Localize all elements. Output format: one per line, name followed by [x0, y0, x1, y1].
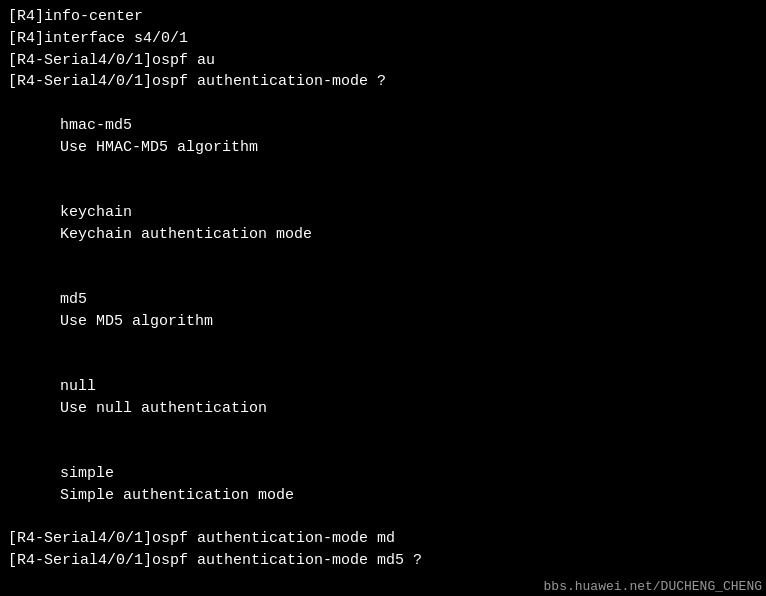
desc-simple: Simple authentication mode	[60, 487, 294, 504]
watermark: bbs.huawei.net/DUCHENG_CHENG	[544, 579, 762, 594]
line-text-2: [R4]interface s4/0/1	[8, 30, 188, 47]
desc-hmac-md5: Use HMAC-MD5 algorithm	[60, 139, 258, 156]
line-5d: null Use null authentication	[8, 354, 758, 441]
line-5a: hmac-md5 Use HMAC-MD5 algorithm	[8, 93, 758, 180]
cmd-md5: md5	[60, 289, 148, 311]
terminal-window: [R4]info-center [R4]interface s4/0/1 [R4…	[0, 0, 766, 596]
line-5c: md5 Use MD5 algorithm	[8, 267, 758, 354]
cmd-keychain: keychain	[60, 202, 148, 224]
line-1: [R4]info-center	[8, 6, 758, 28]
cmd-hmac-md5: hmac-md5	[60, 115, 148, 137]
line-text-4: [R4-Serial4/0/1]ospf authentication-mode…	[8, 73, 386, 90]
line-3: [R4-Serial4/0/1]ospf au	[8, 50, 758, 72]
line-5e: simple Simple authentication mode	[8, 441, 758, 528]
line-text-3: [R4-Serial4/0/1]ospf au	[8, 52, 215, 69]
line-2: [R4]interface s4/0/1	[8, 28, 758, 50]
line-text-6: [R4-Serial4/0/1]ospf authentication-mode…	[8, 530, 395, 547]
line-text-7: [R4-Serial4/0/1]ospf authentication-mode…	[8, 552, 422, 569]
line-5b: keychain Keychain authentication mode	[8, 180, 758, 267]
desc-md5: Use MD5 algorithm	[60, 313, 213, 330]
line-text-1: [R4]info-center	[8, 8, 143, 25]
desc-null: Use null authentication	[60, 400, 267, 417]
line-4: [R4-Serial4/0/1]ospf authentication-mode…	[8, 71, 758, 93]
line-7: [R4-Serial4/0/1]ospf authentication-mode…	[8, 550, 758, 572]
cmd-simple: simple	[60, 463, 148, 485]
cmd-null: null	[60, 376, 148, 398]
line-6: [R4-Serial4/0/1]ospf authentication-mode…	[8, 528, 758, 550]
desc-keychain: Keychain authentication mode	[60, 226, 312, 243]
